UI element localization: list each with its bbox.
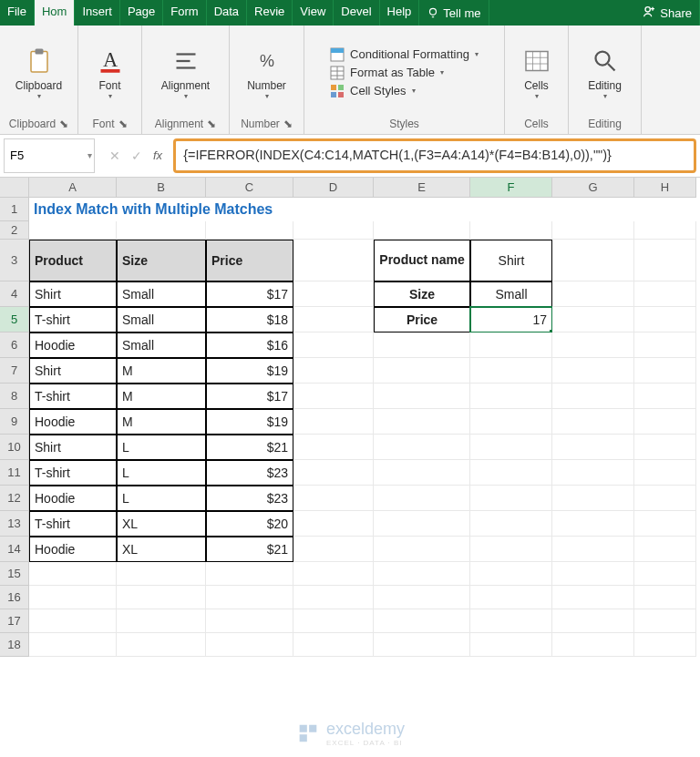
cell-F9[interactable]: [470, 409, 552, 435]
col-header-B[interactable]: B: [117, 178, 206, 198]
cell-B17[interactable]: [117, 609, 206, 633]
cell-styles-button[interactable]: Cell Styles▾: [330, 84, 479, 98]
alignment-button[interactable]: Alignment▾: [159, 45, 213, 100]
cell-C17[interactable]: [206, 609, 293, 633]
cell-F17[interactable]: [470, 609, 552, 633]
cell-D5[interactable]: [293, 307, 374, 332]
col-header-C[interactable]: C: [206, 178, 293, 198]
cell-G5[interactable]: [552, 307, 634, 332]
dialog-launcher-icon[interactable]: ⬊: [59, 118, 68, 130]
row-header-2[interactable]: 2: [0, 221, 29, 240]
cell-E16[interactable]: [374, 586, 470, 609]
row-header-7[interactable]: 7: [0, 358, 29, 384]
cell-D7[interactable]: [293, 358, 374, 384]
dialog-launcher-icon[interactable]: ⬊: [207, 118, 216, 130]
name-box[interactable]: F5▾: [4, 138, 95, 173]
cell-E15[interactable]: [374, 562, 470, 586]
cell-F7[interactable]: [470, 358, 552, 384]
cell-D15[interactable]: [293, 562, 374, 586]
cell-C15[interactable]: [206, 562, 293, 586]
cell-E17[interactable]: [374, 609, 470, 633]
cell-D17[interactable]: [293, 609, 374, 633]
row-header-4[interactable]: 4: [0, 281, 29, 307]
cell-A18[interactable]: [29, 633, 117, 657]
select-all-corner[interactable]: [0, 178, 29, 198]
cell-D10[interactable]: [293, 435, 374, 460]
cell-D8[interactable]: [293, 384, 374, 409]
cell-D4[interactable]: [293, 281, 374, 307]
dialog-launcher-icon[interactable]: ⬊: [118, 118, 128, 130]
cell-H7[interactable]: [634, 358, 696, 384]
cell-grid[interactable]: Index Match with Multiple MatchesProduct…: [29, 198, 696, 657]
editing-button[interactable]: Editing▾: [578, 45, 633, 100]
cell-F2[interactable]: [470, 221, 552, 240]
enter-formula-icon[interactable]: ✓: [131, 148, 142, 163]
row-header-18[interactable]: 18: [0, 633, 29, 657]
cell-G13[interactable]: [552, 511, 634, 537]
cell-H2[interactable]: [634, 221, 696, 240]
cell-D18[interactable]: [293, 633, 374, 657]
cell-H15[interactable]: [634, 562, 696, 586]
cell-G18[interactable]: [552, 633, 634, 657]
cell-G15[interactable]: [552, 562, 634, 586]
col-header-F[interactable]: F: [470, 178, 552, 198]
tab-view[interactable]: View: [293, 0, 334, 26]
cell-G9[interactable]: [552, 409, 634, 435]
cell-G12[interactable]: [552, 486, 634, 511]
cell-G4[interactable]: [552, 281, 634, 307]
cell-G16[interactable]: [552, 586, 634, 609]
font-button[interactable]: A Font▾: [86, 45, 134, 100]
cell-H8[interactable]: [634, 384, 696, 409]
cell-A16[interactable]: [29, 586, 117, 609]
col-header-D[interactable]: D: [293, 178, 374, 198]
cell-H3[interactable]: [634, 240, 696, 281]
row-header-8[interactable]: 8: [0, 384, 29, 409]
cell-F8[interactable]: [470, 384, 552, 409]
cell-F13[interactable]: [470, 511, 552, 537]
cell-B2[interactable]: [117, 221, 206, 240]
cell-C16[interactable]: [206, 586, 293, 609]
col-header-A[interactable]: A: [29, 178, 117, 198]
tab-formulas[interactable]: Form: [163, 0, 206, 26]
cell-A2[interactable]: [29, 221, 117, 240]
cell-D9[interactable]: [293, 409, 374, 435]
cell-E14[interactable]: [374, 537, 470, 562]
cell-H17[interactable]: [634, 609, 696, 633]
number-button[interactable]: % Number▾: [240, 45, 294, 100]
cell-G3[interactable]: [552, 240, 634, 281]
tab-developer[interactable]: Devel: [334, 0, 379, 26]
cell-H10[interactable]: [634, 435, 696, 460]
cell-E18[interactable]: [374, 633, 470, 657]
cell-G10[interactable]: [552, 435, 634, 460]
row-header-6[interactable]: 6: [0, 332, 29, 358]
row-header-9[interactable]: 9: [0, 409, 29, 435]
cell-H18[interactable]: [634, 633, 696, 657]
cell-D12[interactable]: [293, 486, 374, 511]
tab-file[interactable]: File: [0, 0, 35, 26]
row-header-15[interactable]: 15: [0, 562, 29, 586]
row-header-17[interactable]: 17: [0, 609, 29, 633]
row-header-14[interactable]: 14: [0, 537, 29, 562]
cell-D6[interactable]: [293, 332, 374, 358]
lookup-price-value[interactable]: 17: [470, 307, 552, 332]
col-header-E[interactable]: E: [374, 178, 470, 198]
cell-C18[interactable]: [206, 633, 293, 657]
lookup-size-value[interactable]: Small: [470, 281, 552, 307]
cell-H12[interactable]: [634, 486, 696, 511]
cell-E12[interactable]: [374, 486, 470, 511]
cell-B16[interactable]: [117, 586, 206, 609]
cell-G11[interactable]: [552, 460, 634, 486]
cell-G8[interactable]: [552, 384, 634, 409]
cell-D13[interactable]: [293, 511, 374, 537]
row-header-10[interactable]: 10: [0, 435, 29, 460]
cell-B18[interactable]: [117, 633, 206, 657]
tab-insert[interactable]: Insert: [75, 0, 120, 26]
cell-E11[interactable]: [374, 460, 470, 486]
cell-H5[interactable]: [634, 307, 696, 332]
row-header-13[interactable]: 13: [0, 511, 29, 537]
formula-input[interactable]: {=IFERROR(INDEX(C4:C14,MATCH(1,(F3=A4:A1…: [173, 138, 696, 173]
cell-A15[interactable]: [29, 562, 117, 586]
cell-D16[interactable]: [293, 586, 374, 609]
cell-F18[interactable]: [470, 633, 552, 657]
tab-tellme[interactable]: Tell me: [419, 0, 489, 26]
